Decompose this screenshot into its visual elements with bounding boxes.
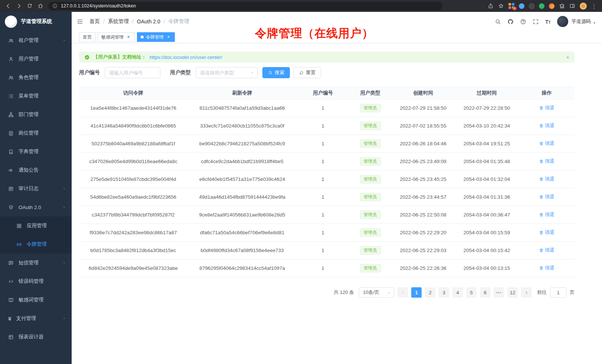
sidebar-collapse-icon[interactable] bbox=[77, 19, 83, 25]
force-logout-button[interactable]: 强退 bbox=[539, 247, 554, 254]
chevron-down-icon bbox=[62, 38, 66, 43]
fullscreen-icon[interactable] bbox=[533, 19, 539, 25]
browser-reload-icon[interactable] bbox=[27, 3, 33, 9]
prev-page-button[interactable] bbox=[397, 287, 408, 298]
sidebar-item-12[interactable]: 短信管理 bbox=[0, 254, 72, 272]
extension-blue-icon[interactable] bbox=[519, 3, 524, 9]
success-check-icon bbox=[84, 54, 90, 60]
browser-home-icon[interactable] bbox=[37, 3, 43, 9]
force-logout-button[interactable]: 强退 bbox=[539, 229, 554, 236]
user-type-select-input[interactable] bbox=[196, 67, 258, 78]
sidebar-item-6[interactable]: 字典管理 bbox=[0, 142, 72, 161]
force-logout-button[interactable]: 强退 bbox=[539, 211, 554, 218]
extensions-puzzle-icon[interactable] bbox=[559, 3, 565, 9]
page-button-5[interactable]: 5 bbox=[466, 287, 477, 298]
breadcrumb-current: 令牌管理 bbox=[169, 18, 189, 25]
extension-dark-icon[interactable] bbox=[529, 3, 534, 9]
tab-home[interactable]: 首页 bbox=[79, 32, 95, 42]
force-logout-button[interactable]: 强退 bbox=[539, 193, 554, 200]
browser-back-icon[interactable] bbox=[5, 3, 11, 9]
app-logo[interactable]: 芋道管理系统 bbox=[0, 12, 72, 31]
sidebar-item-15[interactable]: ¥支付管理 bbox=[0, 309, 72, 328]
user-type-badge: 管理员 bbox=[360, 139, 381, 148]
tab-close-icon[interactable]: × bbox=[166, 34, 171, 40]
active-tab-dot bbox=[141, 36, 144, 39]
font-size-icon[interactable]: TT bbox=[545, 19, 551, 25]
force-logout-button[interactable]: 强退 bbox=[539, 265, 554, 271]
sidebar-item-9[interactable]: OAuth 2.0 bbox=[0, 198, 72, 216]
page-button-12[interactable]: 12 bbox=[507, 287, 518, 298]
extension-green-icon[interactable] bbox=[539, 3, 544, 9]
user-type-select[interactable] bbox=[196, 67, 258, 78]
user-id-input[interactable] bbox=[105, 67, 160, 78]
github-icon[interactable] bbox=[507, 19, 514, 25]
browser-menu-icon[interactable]: ⋮ bbox=[591, 3, 597, 9]
page-button-2[interactable]: 2 bbox=[425, 287, 435, 298]
search-button[interactable]: 搜索 bbox=[262, 67, 290, 78]
user-type-label: 用户类型 bbox=[170, 69, 191, 76]
user-id-cell: 1 bbox=[297, 206, 349, 224]
sidebar-item-4[interactable]: 部门管理 bbox=[0, 105, 72, 124]
browser-forward-icon[interactable] bbox=[16, 3, 22, 9]
next-page-button[interactable] bbox=[521, 287, 531, 298]
sidebar-item-7[interactable]: 通知公告 bbox=[0, 161, 72, 179]
tab-close-icon[interactable]: × bbox=[126, 34, 131, 40]
page-button-1[interactable]: 1 bbox=[411, 287, 422, 298]
user-menu-caret-icon[interactable]: ▾ bbox=[593, 21, 595, 25]
sidebar-item-5[interactable]: 岗位管理 bbox=[0, 124, 72, 142]
sidebar-item-2[interactable]: 角色管理 bbox=[0, 68, 72, 87]
user-name[interactable]: 芋道源码 bbox=[572, 18, 591, 25]
share-icon[interactable] bbox=[488, 3, 494, 9]
address-bar[interactable]: 127.0.0.1:1024/system/oauth2/token bbox=[48, 2, 442, 10]
sidebar-item-3[interactable]: 菜单管理 bbox=[0, 87, 72, 105]
force-logout-button[interactable]: 强退 bbox=[539, 140, 554, 147]
users-icon bbox=[8, 38, 14, 43]
extension-grid-icon[interactable]: 0 bbox=[508, 3, 514, 9]
access-token-cell: f9336e7c7dd242a283ee98dc86b17a87 bbox=[79, 224, 187, 242]
side-panel-icon[interactable] bbox=[569, 3, 575, 9]
tab-token[interactable]: 令牌管理 × bbox=[137, 32, 175, 42]
breadcrumb-home[interactable]: 首页 bbox=[89, 18, 100, 25]
reset-button[interactable]: 重置 bbox=[294, 67, 321, 78]
page-size-select[interactable]: 10条/页 bbox=[359, 287, 394, 298]
force-logout-button[interactable]: 强退 bbox=[539, 176, 554, 182]
sidebar-item-label: 通知公告 bbox=[19, 167, 39, 173]
chevron-down-icon bbox=[62, 316, 66, 321]
user-id-cell: 1 bbox=[297, 99, 349, 117]
goto-page-input[interactable] bbox=[550, 287, 566, 298]
app-title: 芋道管理系统 bbox=[21, 18, 52, 25]
alert-close-icon[interactable]: × bbox=[566, 54, 569, 60]
bookmark-star-icon[interactable] bbox=[498, 3, 504, 9]
force-logout-button[interactable]: 强退 bbox=[539, 158, 554, 165]
more-pages-button[interactable]: ••• bbox=[494, 287, 504, 298]
sidebar-item-8[interactable]: 审计日志 bbox=[0, 179, 72, 198]
expire-time-cell: 2054-03-04 00:36:47 bbox=[455, 206, 519, 224]
sidebar-item-0[interactable]: 租户管理 bbox=[0, 31, 72, 50]
user-avatar[interactable] bbox=[557, 16, 568, 27]
search-icon[interactable] bbox=[495, 19, 501, 25]
sidebar-item-14[interactable]: 敏感词管理 bbox=[0, 291, 72, 309]
sidebar-item-label: 角色管理 bbox=[19, 74, 39, 81]
sidebar-item-1[interactable]: 用户管理 bbox=[0, 50, 72, 68]
browser-profile-avatar[interactable]: ☺ bbox=[580, 3, 587, 10]
site-info-icon[interactable] bbox=[52, 3, 58, 9]
force-logout-button[interactable]: 强退 bbox=[539, 105, 554, 111]
extension-orange-icon[interactable] bbox=[549, 3, 554, 9]
sidebar-item-10[interactable]: 应用管理 bbox=[0, 216, 72, 235]
tab-sensitive-words[interactable]: 敏感词管理 × bbox=[98, 32, 135, 42]
sidebar-item-11[interactable]: 令牌管理 bbox=[0, 235, 72, 254]
sidebar-item-13[interactable]: 错误码管理 bbox=[0, 272, 72, 291]
breadcrumb-oauth[interactable]: OAuth 2.0 bbox=[137, 19, 160, 24]
sidebar-item-16[interactable]: 报表设计器 bbox=[0, 328, 72, 346]
doc-link[interactable]: https://doc.iocoder.cn/user-center/ bbox=[150, 54, 222, 60]
page-button-6[interactable]: 6 bbox=[480, 287, 490, 298]
breadcrumb-system[interactable]: 系统管理 bbox=[108, 18, 129, 25]
tree-icon bbox=[8, 112, 14, 118]
force-logout-button[interactable]: 强退 bbox=[539, 122, 554, 129]
page-button-3[interactable]: 3 bbox=[439, 287, 449, 298]
create-time-cell: 2022-06-25 23:44:57 bbox=[392, 188, 455, 206]
sidebar-item-label: 令牌管理 bbox=[27, 241, 47, 248]
access-token-cell: c342377bf8b344799dcbf7bf095287f2 bbox=[79, 206, 187, 224]
help-icon[interactable] bbox=[520, 19, 526, 25]
page-button-4[interactable]: 4 bbox=[452, 287, 463, 298]
